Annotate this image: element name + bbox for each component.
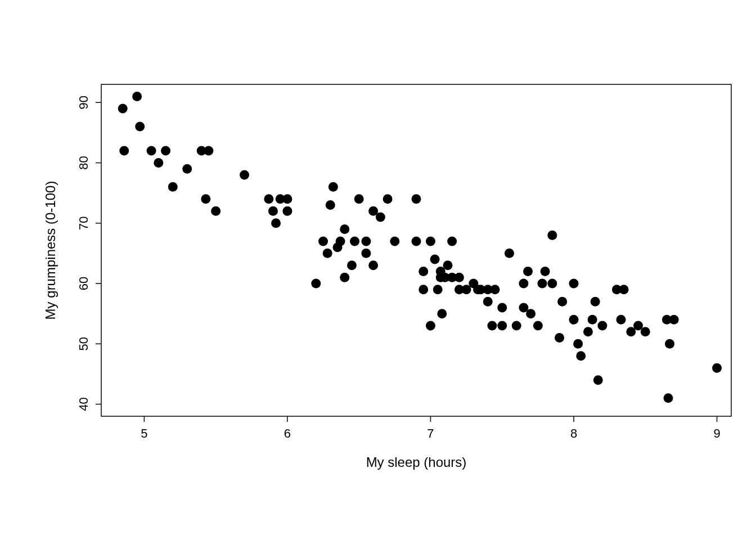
data-point <box>664 393 673 403</box>
data-point <box>412 194 421 204</box>
data-point <box>318 236 328 246</box>
data-point <box>271 218 281 228</box>
y-axis-label: My grumpiness (0-100) <box>43 181 58 320</box>
data-point <box>573 339 583 349</box>
data-point <box>147 146 156 156</box>
data-point <box>497 321 507 331</box>
data-point <box>119 146 129 156</box>
data-point <box>211 206 220 216</box>
data-point <box>569 315 579 325</box>
data-point <box>154 158 163 168</box>
data-point <box>593 375 603 385</box>
data-point <box>182 164 192 174</box>
data-point <box>497 303 507 312</box>
data-point <box>282 194 292 204</box>
data-point <box>433 285 443 294</box>
data-point <box>418 285 428 294</box>
data-point <box>437 309 447 318</box>
x-tick-label: 8 <box>570 426 577 440</box>
data-point <box>616 315 626 325</box>
data-point <box>512 321 521 331</box>
data-point <box>665 339 674 349</box>
data-point <box>361 249 371 258</box>
data-point <box>541 267 550 276</box>
y-tick-label: 40 <box>76 397 91 411</box>
data-point <box>135 122 145 132</box>
y-tick-label: 70 <box>76 216 91 230</box>
data-point <box>311 279 321 289</box>
data-point <box>483 297 493 307</box>
data-point <box>669 315 679 325</box>
x-tick-label: 9 <box>713 426 720 440</box>
chart-svg: 56789405060708090My sleep (hours)My grum… <box>0 0 756 540</box>
data-point <box>569 279 579 289</box>
data-point <box>519 279 528 289</box>
data-point <box>340 273 349 282</box>
data-point <box>576 351 586 361</box>
data-point <box>268 206 278 216</box>
data-point <box>376 213 385 222</box>
data-point <box>454 273 464 282</box>
data-point <box>430 255 440 264</box>
scatter-chart: 56789405060708090My sleep (hours)My grum… <box>0 0 756 540</box>
data-point <box>347 260 357 270</box>
data-point <box>282 206 292 216</box>
x-tick-label: 6 <box>284 426 291 440</box>
data-point <box>619 285 629 294</box>
y-tick-label: 60 <box>76 277 91 290</box>
data-point <box>538 279 547 289</box>
data-point <box>118 104 128 113</box>
data-point <box>418 267 428 276</box>
data-point <box>583 327 593 336</box>
data-point <box>490 285 500 294</box>
data-point <box>361 236 371 246</box>
data-point <box>264 194 273 204</box>
data-point <box>533 321 543 331</box>
data-point <box>505 249 514 258</box>
data-point <box>555 333 564 343</box>
data-point <box>161 146 170 156</box>
data-point <box>547 279 557 289</box>
data-point <box>390 236 399 246</box>
data-point <box>712 363 722 373</box>
data-point <box>240 170 249 179</box>
data-point <box>204 146 213 156</box>
y-tick-label: 90 <box>76 96 91 109</box>
data-point <box>547 231 557 240</box>
data-point <box>597 321 607 331</box>
data-point <box>526 309 536 318</box>
data-point <box>168 182 178 192</box>
y-tick-label: 50 <box>76 337 91 350</box>
data-point <box>340 224 349 234</box>
data-point <box>443 260 453 270</box>
data-point <box>426 321 435 331</box>
data-point <box>523 267 533 276</box>
data-point <box>328 182 338 192</box>
data-point <box>201 194 210 204</box>
data-point <box>641 327 650 336</box>
plot-frame <box>101 84 731 416</box>
x-axis-label: My sleep (hours) <box>366 454 467 470</box>
data-point <box>132 92 142 101</box>
data-point <box>336 236 345 246</box>
data-point <box>323 249 332 258</box>
data-point <box>426 236 435 246</box>
data-point <box>588 315 597 325</box>
x-tick-label: 7 <box>427 426 434 440</box>
data-point <box>354 194 364 204</box>
data-point <box>591 297 600 307</box>
x-tick-label: 5 <box>141 426 147 440</box>
data-point <box>487 321 497 331</box>
data-point <box>383 194 393 204</box>
y-tick-label: 80 <box>76 156 91 169</box>
data-point <box>368 260 378 270</box>
data-point <box>350 236 359 246</box>
data-point <box>326 200 335 210</box>
data-point <box>557 297 567 307</box>
data-point <box>447 236 457 246</box>
data-point <box>412 236 421 246</box>
